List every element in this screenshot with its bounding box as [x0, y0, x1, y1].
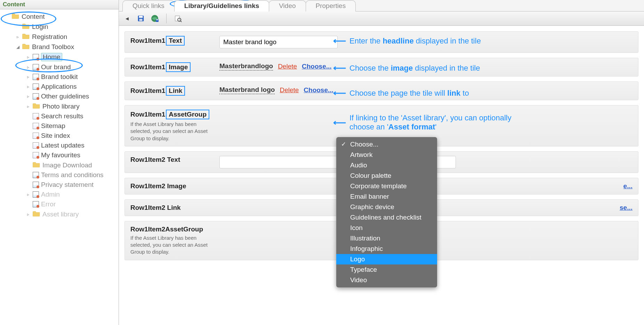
row1item1-text-input[interactable]: [219, 36, 338, 48]
tab-library-guidelines-links[interactable]: Library/Guidelines links: [174, 0, 269, 11]
folder-icon: [12, 13, 19, 21]
row1item1-image-delete[interactable]: Delete: [278, 63, 297, 70]
tree-node-my-favourites[interactable]: My favourites: [0, 150, 119, 160]
tree-label: Privacy statement: [41, 181, 94, 189]
tabs: Quick linksLibrary/Guidelines linksVideo…: [119, 0, 644, 11]
tree-node-admin[interactable]: ▹Admin: [0, 190, 119, 199]
sidebar: Content ContentLogin▹Registration◢Brand …: [0, 0, 119, 325]
arrow-left-icon: ⟵: [333, 117, 346, 128]
annotation-box-image: Image: [166, 62, 191, 72]
tree-label: Admin: [41, 191, 60, 198]
tree-node-brand-toolbox[interactable]: ◢Brand Toolbox: [0, 42, 119, 52]
page-icon: [33, 172, 39, 178]
tree-node-brand-toolkit[interactable]: ▹Brand toolkit: [0, 72, 119, 82]
annotation-box-link: Link: [166, 86, 185, 96]
dropdown-item-artwork[interactable]: Artwork: [336, 150, 437, 160]
dropdown-item-choose-[interactable]: Choose...: [336, 139, 437, 150]
back-button[interactable]: ◂: [122, 14, 131, 23]
annotation-box-assetgroup: AssetGroup: [166, 110, 209, 119]
folder-icon: [33, 102, 40, 110]
preview-button[interactable]: [174, 14, 183, 23]
callout-assetgroup: ⟵ If linking to the 'Asset library', you…: [333, 113, 528, 132]
tree-label: Terms and conditions: [41, 171, 104, 179]
row1item2-image-choose-partial[interactable]: e...: [623, 182, 633, 190]
tree-label: Other guidelines: [41, 93, 89, 100]
row1item1-image-choose[interactable]: Choose...: [302, 63, 332, 70]
document-icon: [33, 113, 39, 119]
save-button[interactable]: [136, 14, 145, 23]
tab-video[interactable]: Video: [269, 0, 306, 11]
tab-quick-links[interactable]: Quick links: [122, 0, 175, 11]
dropdown-item-email-banner[interactable]: Email banner: [336, 191, 437, 202]
row1item1-image-value[interactable]: Masterbrandlogo: [219, 62, 273, 71]
toolbar: ◂: [119, 11, 644, 26]
folder-icon: [22, 33, 30, 41]
tree-node-asset-library[interactable]: ▹Asset library: [0, 209, 119, 219]
row1item2-link-choose-partial[interactable]: se...: [620, 204, 633, 212]
dropdown-item-logo[interactable]: Logo: [336, 254, 437, 264]
callout-headline: ⟵ Enter the headline displayed in the ti…: [333, 35, 481, 46]
row1item1-link-choose[interactable]: Choose...: [304, 86, 333, 94]
tree-node-our-brand[interactable]: ▹Our brand: [0, 62, 119, 72]
row1item1-link-value[interactable]: Masterbrand logo: [219, 86, 275, 94]
expand-icon[interactable]: ▹: [26, 65, 31, 70]
tree-node-image-download[interactable]: Image Download: [0, 160, 119, 170]
tree-node-photo-library[interactable]: ▹Photo library: [0, 101, 119, 111]
tree-label: Photo library: [42, 103, 80, 110]
tree-node-search-results[interactable]: Search results: [0, 111, 119, 121]
expand-icon[interactable]: ▹: [26, 192, 31, 197]
dropdown-item-corporate-template[interactable]: Corporate template: [336, 181, 437, 191]
assetgroup-dropdown[interactable]: Choose...ArtworkAudioColour paletteCorpo…: [336, 137, 437, 287]
expand-icon[interactable]: ▹: [26, 212, 31, 217]
tree-node-content[interactable]: Content: [0, 11, 119, 22]
folder-icon: [22, 23, 30, 31]
dropdown-item-infographic[interactable]: Infographic: [336, 244, 437, 254]
tab-properties[interactable]: Properties: [306, 0, 356, 11]
folder-icon: [33, 161, 40, 169]
svg-rect-1: [139, 16, 143, 18]
page-icon: [33, 93, 39, 100]
tree-node-latest-updates[interactable]: Latest updates: [0, 141, 119, 150]
tree-label: Site index: [41, 132, 70, 140]
tree-label: Login: [32, 23, 48, 31]
dropdown-item-illustration[interactable]: Illustration: [336, 233, 437, 244]
tree-label: Brand Toolbox: [32, 43, 74, 51]
tree-node-error[interactable]: Error: [0, 199, 119, 209]
dropdown-item-typeface[interactable]: Typeface: [336, 264, 437, 275]
tree-node-privacy-statement[interactable]: Privacy statement: [0, 180, 119, 190]
document-icon: [33, 142, 39, 149]
arrow-left-icon: ⟵: [333, 88, 346, 98]
folder-icon: [33, 210, 40, 218]
dropdown-item-graphic-device[interactable]: Graphic device: [336, 202, 437, 212]
expand-icon[interactable]: ▹: [26, 84, 31, 89]
dropdown-item-colour-palette[interactable]: Colour palette: [336, 171, 437, 181]
tree-label: Latest updates: [41, 142, 84, 149]
expand-icon[interactable]: ▹: [26, 104, 31, 109]
arrow-left-icon: ⟵: [333, 63, 346, 73]
tree-label: My favourites: [41, 151, 80, 159]
tree-node-registration[interactable]: ▹Registration: [0, 32, 119, 42]
svg-line-8: [180, 21, 182, 22]
document-icon: [33, 123, 39, 129]
tree-node-sitemap[interactable]: Sitemap: [0, 121, 119, 131]
dropdown-item-audio[interactable]: Audio: [336, 160, 437, 171]
main-panel: Quick linksLibrary/Guidelines linksVideo…: [119, 0, 644, 325]
dropdown-item-guidelines-and-checklist[interactable]: Guidelines and checklist: [336, 212, 437, 223]
tree-node-other-guidelines[interactable]: ▹Other guidelines: [0, 92, 119, 101]
row1item1-link-delete[interactable]: Delete: [280, 86, 299, 94]
dropdown-item-icon[interactable]: Icon: [336, 223, 437, 233]
tree-node-site-index[interactable]: Site index: [0, 131, 119, 141]
expand-icon[interactable]: ▹: [26, 74, 31, 79]
expand-icon[interactable]: ◢: [15, 45, 20, 49]
dropdown-item-video[interactable]: Video: [336, 275, 437, 285]
document-icon: [33, 152, 39, 158]
tree-node-terms-and-conditions[interactable]: Terms and conditions: [0, 170, 119, 180]
expand-icon[interactable]: ▹: [26, 94, 31, 99]
tree-node-applications[interactable]: ▹Applications: [0, 82, 119, 92]
save-publish-button[interactable]: [150, 14, 159, 23]
tree-node-login[interactable]: Login: [0, 22, 119, 32]
tree-node-home[interactable]: ▹Home: [0, 52, 119, 62]
expand-icon[interactable]: ▹: [26, 55, 31, 60]
expand-icon[interactable]: ▹: [15, 34, 20, 39]
page-icon: [33, 74, 39, 80]
